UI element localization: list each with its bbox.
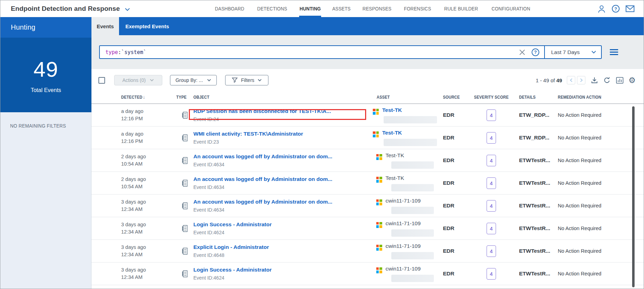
asset-name-link[interactable]: cwin11-71-109 [386,266,434,272]
asset-name-link[interactable]: cwin11-71-109 [386,243,434,249]
asset-name-link[interactable]: cwin11-71-109 [386,220,434,227]
column-header-severity-score[interactable]: SEVERITY SCORE [474,94,519,100]
asset-name-link[interactable]: cwin11-71-109 [386,198,434,204]
event-title-link[interactable]: RDP Session has been disconnected for TE… [193,108,357,114]
nav-item-rule-builder[interactable]: RULE BUILDER [442,0,480,17]
table-row: 3 days ago 12:34 AM Login Success - Admi… [91,263,644,285]
column-header-remediation-action[interactable]: REMEDIATION ACTION [558,94,644,100]
severity-score-badge[interactable]: 4 [487,132,496,144]
severity-score-badge[interactable]: 4 [487,223,496,234]
remediation-label: No Action Required [558,135,644,140]
severity-score-badge[interactable]: 4 [487,268,496,280]
details-cell: ETWTestR... [519,225,558,231]
type-cell [176,157,193,164]
event-log-icon [182,134,188,142]
asset-name-link[interactable]: Test-TK [386,175,434,181]
severity-score-badge[interactable]: 4 [487,200,496,212]
detected-clock-time: 12:16 PM [121,138,176,145]
help-icon[interactable]: ? [612,5,620,13]
asset-name-link[interactable]: Test-TK [382,130,437,136]
severity-score-badge[interactable]: 4 [487,109,496,121]
column-header-object[interactable]: OBJECT [193,94,367,100]
nav-item-hunting[interactable]: HUNTING [298,0,322,17]
chart-view-icon[interactable] [616,77,623,84]
next-page-button[interactable] [577,76,585,84]
remediation-cell: No Action Required [558,203,644,208]
tab-events[interactable]: Events [91,17,119,35]
query-input[interactable]: type:`system` ? [99,45,545,59]
column-header-asset[interactable]: ASSET [367,94,443,100]
source-cell: EDR [443,248,474,254]
detected-relative-time: 3 days ago [121,221,176,228]
severity-score-badge[interactable]: 4 [487,155,496,166]
column-header-source[interactable]: SOURCE [443,94,474,100]
asset-name-link[interactable]: Test-TK [386,152,434,159]
tabs-bar: Events Exempted Events [91,17,644,35]
severity-score-badge[interactable]: 4 [487,177,496,189]
column-header-type[interactable]: TYPE [176,94,193,100]
redacted-asset-detail [391,229,434,237]
severity-cell: 4 [474,155,519,166]
time-range-select[interactable]: Last 7 Days [545,45,602,59]
event-log-icon [182,202,188,210]
actions-button[interactable]: Actions (0) [114,75,162,85]
asset-name-link[interactable]: Test-TK [382,107,437,113]
time-range-value: Last 7 Days [551,49,580,55]
severity-score-badge[interactable]: 4 [487,245,496,257]
windows-os-icon [376,154,382,160]
event-title-link[interactable]: WMI client activity: TEST-TK\Administrat… [193,131,357,137]
table-row: 2 days ago 10:54 AM An account was logge… [91,149,644,172]
user-icon[interactable] [597,5,606,13]
main-area: Events Exempted Events type:`system` ? L… [91,17,644,289]
detected-relative-time: 3 days ago [121,198,176,206]
vertical-scrollbar[interactable] [632,106,635,287]
download-icon[interactable] [591,77,598,84]
prev-page-button[interactable] [567,76,575,84]
redacted-asset-detail [391,207,434,214]
details-cell: ETWTestR... [519,248,558,254]
settings-gear-icon[interactable]: ⚙ [628,76,636,84]
app-title-chevron-down-icon[interactable] [125,8,130,11]
select-all-checkbox[interactable] [98,77,105,84]
remediation-cell: No Action Required [558,226,644,231]
remediation-label: No Action Required [558,248,644,254]
details-cell: ETWTestR... [519,180,558,186]
app-window: Endpoint Detection and Response DASHBOAR… [0,0,644,289]
nav-item-dashboard[interactable]: DASHBOARD [213,0,246,17]
event-title-link[interactable]: An account was logged off by Administrat… [193,176,357,182]
detected-cell: 3 days ago 12:34 AM [121,266,176,281]
nav-item-configuration[interactable]: CONFIGURATION [489,0,532,17]
event-title-link[interactable]: Explicit Login - Administrator [193,244,357,250]
event-title-link[interactable]: Login Success - Administrator [193,267,357,273]
filters-button[interactable]: Filters [225,75,268,85]
remediation-label: No Action Required [558,226,644,231]
source-label: EDR [443,225,474,231]
remediation-cell: No Action Required [558,271,644,276]
event-title-link[interactable]: Login Success - Administrator [193,221,357,228]
asset-cell: cwin11-71-109 [367,266,443,282]
nav-item-responses[interactable]: RESPONSES [361,0,393,17]
saved-queries-menu-icon[interactable] [610,49,618,55]
event-log-icon [182,112,188,119]
remediation-label: No Action Required [558,203,644,208]
details-label: ETW_RDP... [519,135,558,141]
event-title-link[interactable]: An account was logged off by Administrat… [193,199,357,205]
total-events-count: 49 [34,57,58,82]
sidebar: Hunting 49 Total Events NO REMAINING FIL… [0,17,91,289]
tab-exempted-events[interactable]: Exempted Events [120,17,175,35]
column-header-details[interactable]: DETAILS [519,94,558,100]
nav-item-assets[interactable]: ASSETS [331,0,351,17]
clear-query-icon[interactable] [519,49,525,55]
mail-icon[interactable] [626,5,635,12]
group-by-button[interactable]: Group By: ... [170,75,217,85]
remediation-label: No Action Required [558,180,644,186]
nav-item-forensics[interactable]: FORENSICS [402,0,432,17]
event-log-icon [182,248,188,255]
query-help-icon[interactable]: ? [532,48,539,56]
refresh-icon[interactable] [604,77,610,84]
event-title-link[interactable]: An account was logged off by Administrat… [193,153,357,160]
asset-cell: cwin11-71-109 [367,220,443,237]
column-header-detected[interactable]: DETECTED↓ [121,94,176,100]
nav-item-detections[interactable]: DETECTIONS [256,0,289,17]
type-cell [176,248,193,255]
